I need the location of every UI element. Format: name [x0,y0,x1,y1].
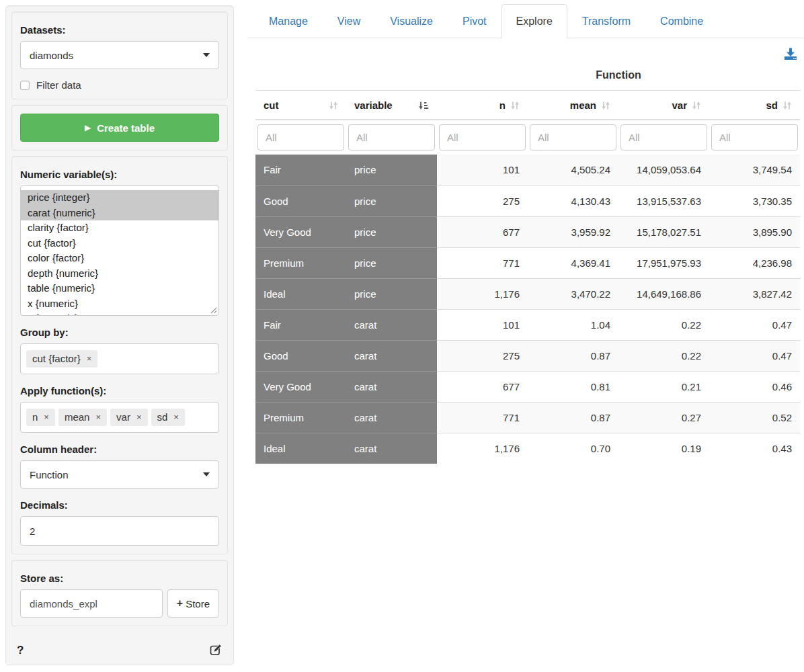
cell-n: 1,176 [437,433,528,464]
list-item-price[interactable]: price {integer} [21,190,218,206]
cell-var: 0.22 [618,340,709,371]
cell-cut: Good [255,185,346,216]
remove-tag-icon[interactable]: × [95,412,101,423]
column-header-variable[interactable]: variable [354,99,393,111]
cell-n: 677 [437,216,528,247]
column-header-sd[interactable]: sd [766,99,778,111]
cell-var: 13,915,537.63 [618,185,709,216]
cell-variable: price [346,155,437,185]
store-panel: Store as: + Store [11,560,228,626]
numeric-variables-label: Numeric variable(s): [20,169,219,180]
column-header-label: Column header: [20,444,219,455]
filter-input-sd[interactable] [711,124,798,151]
table-row: Faircarat1011.040.220.47 [255,309,800,340]
column-header-var[interactable]: var [672,99,687,111]
apply-functions-input[interactable]: n×mean×var×sd× [20,402,219,433]
explore-table: Function cutvariablenmeanvarsd Fairprice… [255,65,800,464]
function-tag-n[interactable]: n× [26,409,55,426]
cell-sd: 3,749.54 [709,155,800,185]
filter-input-cut[interactable] [257,124,344,151]
cell-mean: 1.04 [528,309,618,340]
apply-functions-label: Apply function(s): [20,385,219,396]
help-icon[interactable]: ? [17,644,24,657]
filter-input-var[interactable] [620,124,707,151]
tab-manage[interactable]: Manage [254,4,323,38]
table-row: Fairprice1014,505.2414,059,053.643,749.5… [255,155,800,185]
list-item-color[interactable]: color {factor} [21,251,218,266]
sort-icon[interactable] [601,101,610,110]
sort-icon[interactable] [329,101,338,110]
table-row: Idealprice1,1763,470.2214,649,168.863,82… [255,278,800,309]
tag-label: cut {factor} [32,353,81,365]
sort-icon[interactable] [510,101,520,110]
remove-tag-icon[interactable]: × [136,412,142,423]
filter-input-n[interactable] [439,124,526,151]
cell-variable: carat [346,402,437,433]
list-item-x[interactable]: x {numeric} [21,296,218,312]
tab-view[interactable]: View [323,4,375,38]
cell-sd: 0.47 [709,309,800,340]
column-header-cut[interactable]: cut [264,99,279,111]
cell-cut: Premium [255,247,346,278]
store-as-input[interactable] [20,589,163,618]
resize-handle-icon[interactable] [210,307,217,314]
cell-n: 275 [437,340,528,371]
column-header-select[interactable]: Function [20,460,219,489]
tab-explore[interactable]: Explore [501,4,567,38]
list-item-depth[interactable]: depth {numeric} [21,266,218,282]
nav-tabs: ManageViewVisualizePivotExploreTransform… [247,5,804,38]
cell-mean: 4,130.43 [528,185,618,216]
cell-mean: 3,470.22 [528,278,618,309]
cell-sd: 3,895.90 [709,216,800,247]
filter-data-checkbox[interactable]: Filter data [20,79,219,91]
filter-input-variable[interactable] [348,124,435,151]
function-tag-sd[interactable]: sd× [151,409,185,426]
cell-sd: 0.43 [709,433,800,464]
cell-cut: Fair [255,309,346,340]
create-table-button[interactable]: ▶ Create table [20,114,219,142]
remove-tag-icon[interactable]: × [87,353,92,364]
list-item-cut[interactable]: cut {factor} [21,236,218,251]
numeric-variables-list[interactable]: price {integer}carat {numeric}clarity {f… [20,185,219,316]
group-by-label: Group by: [20,327,219,338]
download-icon[interactable] [784,48,797,64]
list-item-table[interactable]: table {numeric} [21,281,218,296]
cell-var: 0.22 [618,309,709,340]
column-header-n[interactable]: n [499,99,506,111]
cell-mean: 3,959.92 [528,216,618,247]
tag-label: sd [157,411,168,423]
tab-transform[interactable]: Transform [567,4,645,38]
tab-pivot[interactable]: Pivot [448,4,501,38]
group-by-tag-cut[interactable]: cut {factor}× [26,350,97,368]
edit-report-icon[interactable] [210,643,223,658]
dataset-select[interactable]: diamonds [20,41,219,69]
cell-mean: 0.70 [528,433,618,464]
tab-visualize[interactable]: Visualize [375,4,448,38]
sort-active-icon[interactable] [418,101,429,110]
group-by-input[interactable]: cut {factor}× [20,343,219,374]
tab-combine[interactable]: Combine [645,4,718,38]
column-header-mean[interactable]: mean [570,99,596,111]
remove-tag-icon[interactable]: × [44,412,49,423]
cell-variable: price [346,247,437,278]
toolbar [255,38,804,65]
cell-var: 0.19 [618,433,709,464]
list-item-clarity[interactable]: clarity {factor} [21,220,218,236]
cell-sd: 0.46 [709,371,800,402]
store-button[interactable]: + Store [167,589,219,618]
cell-cut: Ideal [255,278,346,309]
function-tag-var[interactable]: var× [110,409,147,426]
function-tag-mean[interactable]: mean× [58,409,107,426]
filter-input-mean[interactable] [530,124,616,151]
remove-tag-icon[interactable]: × [173,412,179,423]
cell-sd: 0.52 [709,402,800,433]
table-row: Idealcarat1,1760.700.190.43 [255,433,800,464]
list-item-y[interactable]: y {numeric} [21,311,218,316]
sort-icon[interactable] [782,101,792,110]
list-item-carat[interactable]: carat {numeric} [21,206,218,221]
cell-mean: 4,505.24 [528,155,618,185]
decimals-input[interactable] [20,516,219,546]
checkbox-icon[interactable] [20,81,30,90]
sort-icon[interactable] [692,101,701,110]
cell-mean: 0.81 [528,371,618,402]
